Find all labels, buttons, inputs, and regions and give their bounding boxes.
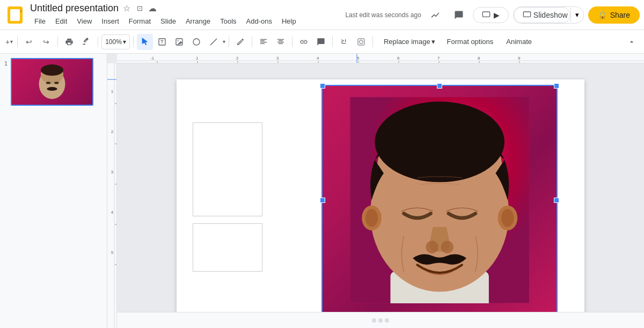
line-tool[interactable] xyxy=(206,34,222,50)
analytics-button[interactable] xyxy=(426,5,445,25)
toolbar-divider-1 xyxy=(17,37,18,47)
animate-button[interactable]: Animate xyxy=(500,35,538,48)
svg-text:4: 4 xyxy=(317,56,319,61)
zoom-control[interactable]: 100% ▾ xyxy=(101,34,130,49)
selected-image[interactable] xyxy=(321,85,558,316)
slideshow-button[interactable]: Slideshow xyxy=(514,7,570,23)
canvas-area: -1 1 2 3 4 5 6 7 8 9 xyxy=(107,54,644,328)
toolbar-divider-7 xyxy=(292,37,292,47)
svg-rect-6 xyxy=(358,39,364,45)
svg-point-4 xyxy=(178,40,179,41)
thumb-face-svg xyxy=(33,63,71,101)
star-icon[interactable]: ☆ xyxy=(122,3,131,13)
link-btn[interactable] xyxy=(296,34,312,50)
menu-slide[interactable]: Slide xyxy=(156,15,180,27)
slide-number-1: 1 xyxy=(4,60,8,67)
bottom-dot-1[interactable] xyxy=(372,318,376,323)
lock-icon: 🔒 xyxy=(598,11,607,19)
print-button[interactable] xyxy=(61,34,77,50)
replace-image-chevron: ▾ xyxy=(431,38,435,46)
presentation-title-row: Untitled presentation ☆ ⊡ ☁ xyxy=(30,3,301,14)
handle-middle-left[interactable] xyxy=(320,198,325,203)
cloud-icon[interactable]: ☁ xyxy=(148,3,157,13)
svg-text:5: 5 xyxy=(111,250,114,255)
slideshow-label: Slideshow xyxy=(533,11,568,19)
ruler-vertical: 1 2 3 4 5 xyxy=(107,63,117,328)
menu-view[interactable]: View xyxy=(72,15,96,27)
svg-text:6: 6 xyxy=(397,56,400,61)
slideshow-dropdown[interactable]: ▾ xyxy=(570,8,583,22)
slide-thumbnail-1[interactable] xyxy=(11,58,93,106)
image-tool[interactable] xyxy=(171,34,187,50)
bottom-dot-3[interactable] xyxy=(385,318,389,323)
svg-text:1: 1 xyxy=(196,56,199,61)
menu-file[interactable]: File xyxy=(30,15,50,27)
svg-point-7 xyxy=(360,40,363,43)
add-icon: + xyxy=(5,38,10,46)
align-left-btn[interactable] xyxy=(255,34,272,50)
text-box-tool[interactable] xyxy=(154,34,170,50)
menu-help[interactable]: Help xyxy=(277,15,301,27)
svg-text:3: 3 xyxy=(276,56,279,61)
crop-btn[interactable] xyxy=(336,34,352,50)
redo-button[interactable]: ↪ xyxy=(38,34,54,50)
share-button[interactable]: 🔒 Share xyxy=(588,6,640,24)
shapes-tool[interactable] xyxy=(188,34,204,50)
text-placeholder-subtitle[interactable] xyxy=(193,223,262,272)
toolbar-divider-9 xyxy=(372,37,373,47)
svg-text:9: 9 xyxy=(518,56,521,61)
slide-scroll-area[interactable] xyxy=(117,63,644,328)
present-mode-icon: ▶ xyxy=(494,11,500,19)
slide-canvas[interactable] xyxy=(177,79,584,316)
add-button[interactable]: + ▾ xyxy=(4,34,14,50)
toolbar-divider-4 xyxy=(133,37,134,47)
top-bar: Untitled presentation ☆ ⊡ ☁ File Edit Vi… xyxy=(0,0,644,30)
handle-top-right[interactable] xyxy=(554,83,559,89)
handle-middle-right[interactable] xyxy=(554,198,559,203)
mask-btn[interactable] xyxy=(353,34,369,50)
format-options-button[interactable]: Format options xyxy=(441,35,500,48)
presentation-title[interactable]: Untitled presentation xyxy=(30,3,119,14)
menu-addons[interactable]: Add-ons xyxy=(242,15,276,27)
title-section: Untitled presentation ☆ ⊡ ☁ File Edit Vi… xyxy=(30,3,301,27)
format-options-label: Format options xyxy=(447,38,494,46)
last-edit-text: Last edit was seconds ago xyxy=(345,11,421,19)
svg-point-62 xyxy=(441,241,453,253)
align-center-btn[interactable] xyxy=(273,34,289,50)
zoom-value: 100% xyxy=(105,38,122,46)
svg-point-61 xyxy=(426,241,438,253)
face-svg xyxy=(334,97,545,303)
slide-item-1[interactable]: 1 xyxy=(4,58,103,106)
collapse-toolbar-button[interactable] xyxy=(624,34,640,50)
menu-insert[interactable]: Insert xyxy=(97,15,123,27)
pencil-tool[interactable] xyxy=(232,34,248,50)
zoom-chevron: ▾ xyxy=(123,38,126,46)
text-placeholder-title[interactable] xyxy=(193,122,262,216)
folder-icon[interactable]: ⊡ xyxy=(135,3,144,13)
share-label: Share xyxy=(610,11,630,19)
line-dropdown[interactable]: ▾ xyxy=(223,39,225,45)
svg-text:2: 2 xyxy=(111,129,114,134)
bottom-dot-2[interactable] xyxy=(378,318,383,323)
menu-arrange[interactable]: Arrange xyxy=(181,15,215,27)
svg-rect-37 xyxy=(107,63,117,328)
handle-top-center[interactable] xyxy=(437,83,442,89)
present-mode-button[interactable]: ▶ xyxy=(473,7,509,23)
menu-tools[interactable]: Tools xyxy=(216,15,240,27)
comments-button[interactable] xyxy=(449,5,469,25)
comment-btn[interactable] xyxy=(313,34,329,50)
svg-point-60 xyxy=(501,209,514,227)
toolbar-divider-2 xyxy=(57,37,58,47)
menu-format[interactable]: Format xyxy=(125,15,155,27)
slide-thumb-inner xyxy=(12,59,92,105)
paint-format-button[interactable] xyxy=(78,34,94,50)
top-right-actions: Last edit was seconds ago ▶ Slideshow ▾ … xyxy=(345,5,640,25)
toolbar-right xyxy=(624,34,640,50)
replace-image-button[interactable]: Replace image ▾ xyxy=(378,35,441,48)
cursor-tool[interactable] xyxy=(137,34,153,50)
slides-logo xyxy=(8,6,23,24)
image-actions: Replace image ▾ Format options Animate xyxy=(378,35,538,48)
handle-top-left[interactable] xyxy=(320,83,325,89)
undo-button[interactable]: ↩ xyxy=(21,34,37,50)
menu-edit[interactable]: Edit xyxy=(51,15,71,27)
